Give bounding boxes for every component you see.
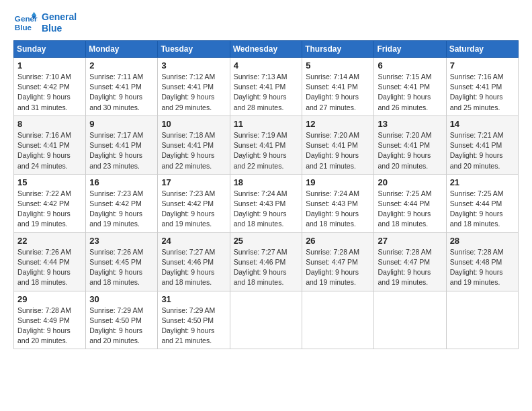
daylight-label: Daylight: 9 hours and 18 minutes. — [234, 268, 287, 286]
day-info: Sunrise: 7:23 AM Sunset: 4:42 PM Dayligh… — [89, 189, 154, 230]
sunrise-label: Sunrise: 7:27 AM — [234, 248, 287, 256]
day-info: Sunrise: 7:28 AM Sunset: 4:48 PM Dayligh… — [450, 247, 515, 288]
day-info: Sunrise: 7:21 AM Sunset: 4:41 PM Dayligh… — [450, 130, 515, 171]
sunrise-label: Sunrise: 7:12 AM — [161, 73, 215, 81]
calendar-week-row: 29 Sunrise: 7:28 AM Sunset: 4:49 PM Dayl… — [14, 291, 519, 349]
calendar-cell: 19 Sunrise: 7:24 AM Sunset: 4:43 PM Dayl… — [302, 174, 374, 232]
daylight-label: Daylight: 9 hours and 20 minutes. — [89, 326, 142, 345]
day-info: Sunrise: 7:16 AM Sunset: 4:41 PM Dayligh… — [17, 130, 82, 171]
calendar-cell: 7 Sunrise: 7:16 AM Sunset: 4:41 PM Dayli… — [446, 58, 518, 116]
calendar-cell: 9 Sunrise: 7:17 AM Sunset: 4:41 PM Dayli… — [86, 116, 158, 174]
sunset-label: Sunset: 4:41 PM — [378, 141, 430, 149]
calendar-cell: 22 Sunrise: 7:26 AM Sunset: 4:44 PM Dayl… — [14, 232, 86, 291]
day-number: 30 — [89, 294, 154, 304]
day-info: Sunrise: 7:28 AM Sunset: 4:47 PM Dayligh… — [378, 247, 442, 288]
calendar-cell: 18 Sunrise: 7:24 AM Sunset: 4:43 PM Dayl… — [230, 174, 302, 232]
sunset-label: Sunset: 4:42 PM — [17, 83, 70, 91]
calendar-cell: 26 Sunrise: 7:28 AM Sunset: 4:47 PM Dayl… — [302, 232, 374, 291]
sunset-label: Sunset: 4:41 PM — [17, 141, 70, 149]
sunrise-label: Sunrise: 7:24 AM — [234, 189, 287, 197]
daylight-label: Daylight: 9 hours and 23 minutes. — [89, 151, 142, 169]
sunrise-label: Sunrise: 7:26 AM — [89, 248, 143, 256]
calendar-cell: 12 Sunrise: 7:20 AM Sunset: 4:41 PM Dayl… — [302, 116, 374, 174]
sunset-label: Sunset: 4:45 PM — [89, 258, 142, 266]
calendar-cell — [302, 291, 374, 349]
sunset-label: Sunset: 4:43 PM — [306, 199, 358, 208]
sunset-label: Sunset: 4:41 PM — [234, 141, 286, 149]
sunrise-label: Sunrise: 7:28 AM — [17, 306, 71, 314]
daylight-label: Daylight: 9 hours and 26 minutes. — [378, 93, 431, 111]
day-number: 27 — [378, 236, 442, 246]
sunrise-label: Sunrise: 7:20 AM — [378, 131, 431, 139]
sunrise-label: Sunrise: 7:13 AM — [234, 73, 287, 81]
column-header-thursday: Thursday — [302, 41, 374, 58]
day-number: 20 — [378, 177, 442, 187]
calendar-cell: 11 Sunrise: 7:19 AM Sunset: 4:41 PM Dayl… — [230, 116, 302, 174]
sunset-label: Sunset: 4:41 PM — [306, 83, 358, 91]
calendar-cell: 30 Sunrise: 7:29 AM Sunset: 4:50 PM Dayl… — [86, 291, 158, 349]
calendar-header-row: SundayMondayTuesdayWednesdayThursdayFrid… — [14, 41, 519, 58]
day-number: 11 — [234, 119, 299, 129]
daylight-label: Daylight: 9 hours and 28 minutes. — [234, 93, 287, 111]
column-header-sunday: Sunday — [14, 41, 86, 58]
sunrise-label: Sunrise: 7:18 AM — [161, 131, 215, 139]
sunrise-label: Sunrise: 7:17 AM — [89, 131, 143, 139]
calendar-cell: 4 Sunrise: 7:13 AM Sunset: 4:41 PM Dayli… — [230, 58, 302, 116]
day-info: Sunrise: 7:13 AM Sunset: 4:41 PM Dayligh… — [234, 72, 299, 113]
daylight-label: Daylight: 9 hours and 20 minutes. — [378, 151, 431, 169]
day-info: Sunrise: 7:20 AM Sunset: 4:41 PM Dayligh… — [306, 130, 370, 171]
sunrise-label: Sunrise: 7:28 AM — [450, 248, 504, 256]
calendar-cell: 20 Sunrise: 7:25 AM Sunset: 4:44 PM Dayl… — [374, 174, 446, 232]
sunset-label: Sunset: 4:41 PM — [89, 141, 142, 149]
day-info: Sunrise: 7:29 AM Sunset: 4:50 PM Dayligh… — [89, 306, 154, 347]
day-number: 29 — [17, 294, 82, 304]
column-header-wednesday: Wednesday — [230, 41, 302, 58]
sunrise-label: Sunrise: 7:16 AM — [17, 131, 71, 139]
day-info: Sunrise: 7:11 AM Sunset: 4:41 PM Dayligh… — [89, 72, 154, 113]
daylight-label: Daylight: 9 hours and 27 minutes. — [306, 93, 359, 111]
day-info: Sunrise: 7:28 AM Sunset: 4:49 PM Dayligh… — [17, 306, 82, 347]
day-info: Sunrise: 7:27 AM Sunset: 4:46 PM Dayligh… — [234, 247, 299, 288]
sunset-label: Sunset: 4:50 PM — [89, 316, 142, 324]
sunrise-label: Sunrise: 7:11 AM — [89, 73, 143, 81]
calendar-cell: 25 Sunrise: 7:27 AM Sunset: 4:46 PM Dayl… — [230, 232, 302, 291]
sunset-label: Sunset: 4:47 PM — [378, 258, 430, 266]
daylight-label: Daylight: 9 hours and 20 minutes. — [450, 151, 503, 169]
sunrise-label: Sunrise: 7:29 AM — [89, 306, 143, 314]
day-info: Sunrise: 7:27 AM Sunset: 4:46 PM Dayligh… — [161, 247, 226, 288]
day-info: Sunrise: 7:14 AM Sunset: 4:41 PM Dayligh… — [306, 72, 370, 113]
daylight-label: Daylight: 9 hours and 19 minutes. — [306, 268, 359, 286]
calendar-week-row: 8 Sunrise: 7:16 AM Sunset: 4:41 PM Dayli… — [14, 116, 519, 174]
sunrise-label: Sunrise: 7:16 AM — [450, 73, 504, 81]
daylight-label: Daylight: 9 hours and 31 minutes. — [17, 93, 71, 111]
day-number: 23 — [89, 236, 154, 246]
day-info: Sunrise: 7:24 AM Sunset: 4:43 PM Dayligh… — [234, 189, 299, 230]
day-info: Sunrise: 7:23 AM Sunset: 4:42 PM Dayligh… — [161, 189, 226, 230]
day-info: Sunrise: 7:25 AM Sunset: 4:44 PM Dayligh… — [450, 189, 515, 230]
calendar-cell — [374, 291, 446, 349]
sunset-label: Sunset: 4:41 PM — [234, 83, 286, 91]
sunset-label: Sunset: 4:43 PM — [234, 199, 286, 208]
day-number: 28 — [450, 236, 515, 246]
sunrise-label: Sunrise: 7:20 AM — [306, 131, 359, 139]
daylight-label: Daylight: 9 hours and 19 minutes. — [161, 210, 214, 228]
day-info: Sunrise: 7:25 AM Sunset: 4:44 PM Dayligh… — [378, 189, 442, 230]
day-info: Sunrise: 7:15 AM Sunset: 4:41 PM Dayligh… — [378, 72, 442, 113]
daylight-label: Daylight: 9 hours and 18 minutes. — [89, 268, 142, 286]
column-header-monday: Monday — [86, 41, 158, 58]
logo-icon: General Blue — [13, 11, 38, 35]
daylight-label: Daylight: 9 hours and 20 minutes. — [17, 326, 71, 345]
day-number: 13 — [378, 119, 442, 129]
sunset-label: Sunset: 4:41 PM — [89, 83, 142, 91]
daylight-label: Daylight: 9 hours and 18 minutes. — [234, 210, 287, 228]
daylight-label: Daylight: 9 hours and 18 minutes. — [378, 210, 431, 228]
daylight-label: Daylight: 9 hours and 19 minutes. — [450, 268, 503, 286]
day-info: Sunrise: 7:18 AM Sunset: 4:41 PM Dayligh… — [161, 130, 226, 171]
day-info: Sunrise: 7:28 AM Sunset: 4:47 PM Dayligh… — [306, 247, 370, 288]
sunset-label: Sunset: 4:47 PM — [306, 258, 358, 266]
day-number: 31 — [161, 294, 226, 304]
daylight-label: Daylight: 9 hours and 25 minutes. — [450, 93, 503, 111]
calendar-cell: 15 Sunrise: 7:22 AM Sunset: 4:42 PM Dayl… — [14, 174, 86, 232]
sunrise-label: Sunrise: 7:22 AM — [17, 189, 71, 197]
calendar-cell: 8 Sunrise: 7:16 AM Sunset: 4:41 PM Dayli… — [14, 116, 86, 174]
